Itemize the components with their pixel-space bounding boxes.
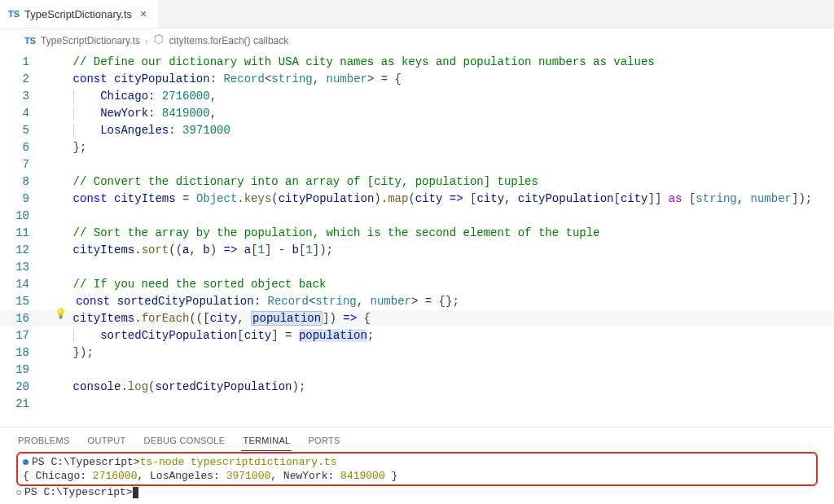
terminal[interactable]: PS C:\Typescript> ts-node typescriptdict… xyxy=(0,451,834,504)
tab-label: TypeScriptDictionary.ts xyxy=(24,8,132,20)
cube-icon xyxy=(153,33,165,47)
line-number: 15 xyxy=(0,293,46,310)
line-number: 1 xyxy=(0,54,46,71)
line-number: 3 xyxy=(0,88,46,105)
code-editor[interactable]: 1 // Define our dictionary with USA city… xyxy=(0,52,834,427)
line-number: 5 xyxy=(0,122,46,139)
prompt-dot-icon xyxy=(16,490,21,495)
ts-file-icon: TS xyxy=(8,9,20,19)
breadcrumb-file[interactable]: TypeScriptDictionary.ts xyxy=(41,35,140,46)
line-number: 8 xyxy=(0,173,46,191)
line-number: 9 xyxy=(0,191,46,208)
bottom-panel: PROBLEMS OUTPUT DEBUG CONSOLE TERMINAL P… xyxy=(0,427,834,504)
line-number: 6 xyxy=(0,139,46,156)
line-number: 13 xyxy=(0,259,46,276)
line-number: 2 xyxy=(0,71,46,88)
cursor xyxy=(133,487,138,498)
close-icon[interactable]: × xyxy=(137,7,150,20)
line-number: 18 xyxy=(0,344,46,362)
line-number: 12 xyxy=(0,242,46,259)
terminal-output: { Chicago: 2716000, LosAngeles: 3971000,… xyxy=(23,469,397,483)
line-number: 11 xyxy=(0,225,46,242)
prompt-dot-icon xyxy=(23,459,29,465)
line-number: 14 xyxy=(0,276,46,293)
line-number: 16 xyxy=(0,310,46,327)
tab-terminal[interactable]: TERMINAL xyxy=(241,432,292,451)
line-number: 4 xyxy=(0,105,46,122)
tab-problems[interactable]: PROBLEMS xyxy=(16,432,72,451)
line-number: 10 xyxy=(0,208,46,225)
line-number: 7 xyxy=(0,156,46,173)
line-number: 17 xyxy=(0,327,46,344)
tab-output[interactable]: OUTPUT xyxy=(86,432,128,451)
line-number: 21 xyxy=(0,396,46,413)
tab-bar: TS TypeScriptDictionary.ts × xyxy=(0,0,834,28)
line-number: 20 xyxy=(0,379,46,396)
highlight-box: PS C:\Typescript> ts-node typescriptdict… xyxy=(16,452,818,486)
tab-ports[interactable]: PORTS xyxy=(306,432,341,451)
breadcrumb-symbol[interactable]: cityItems.forEach() callback xyxy=(169,35,289,46)
line-number: 19 xyxy=(0,362,46,379)
breadcrumb[interactable]: TS TypeScriptDictionary.ts › cityItems.f… xyxy=(0,28,834,52)
chevron-right-icon: › xyxy=(145,36,148,46)
tab-debug-console[interactable]: DEBUG CONSOLE xyxy=(143,432,227,451)
panel-tabs: PROBLEMS OUTPUT DEBUG CONSOLE TERMINAL P… xyxy=(0,427,834,451)
ts-file-icon: TS xyxy=(24,36,36,46)
editor-tab[interactable]: TS TypeScriptDictionary.ts × xyxy=(0,0,158,28)
